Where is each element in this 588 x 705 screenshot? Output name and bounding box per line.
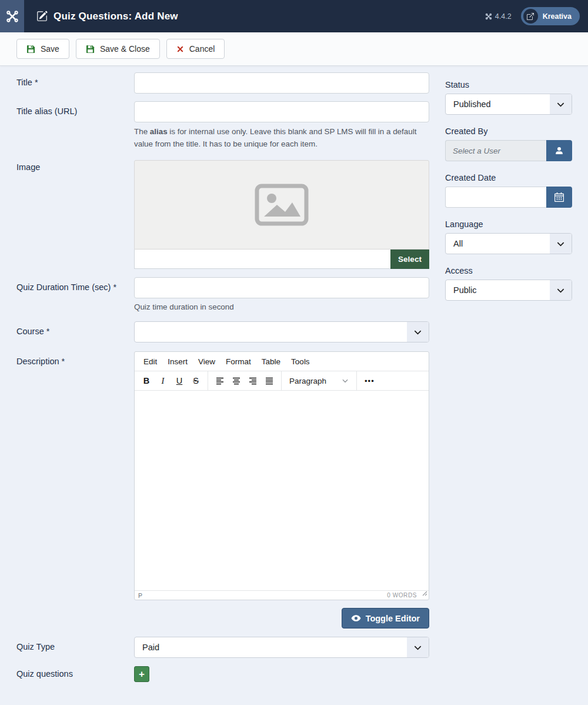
description-label: Description * [16,351,134,600]
align-center-icon [232,376,241,385]
title-input[interactable] [134,72,429,94]
external-link-icon [523,9,538,24]
paragraph-style-dropdown[interactable]: Paragraph [286,377,352,385]
add-question-button[interactable]: + [134,666,149,682]
image-input-row: Select [134,250,429,269]
created-by-input[interactable] [445,140,546,161]
user-menu-button[interactable]: Kreativa [521,7,580,25]
version-number: 4.4.2 [495,12,512,21]
course-select[interactable] [134,321,429,342]
strikethrough-button[interactable]: S [188,373,203,388]
access-value: Public [446,285,550,295]
edit-icon [36,11,48,22]
editor-menubar: Edit Insert View Format Table Tools [135,352,429,371]
resize-handle-icon[interactable] [422,588,427,598]
image-field-row: Image Select [16,160,429,269]
menu-table[interactable]: Table [256,355,286,368]
align-justify-icon [265,376,274,385]
select-user-button[interactable] [546,140,572,161]
word-count[interactable]: 0 WORDS [387,592,425,598]
date-picker-button[interactable] [546,187,572,208]
created-by-label: Created By [445,127,572,136]
bold-button[interactable]: B [139,373,154,388]
more-tools-button[interactable]: ••• [361,377,378,385]
quiz-questions-field-row: Quiz questions + [16,666,429,682]
status-label: Status [445,80,572,89]
more-group: ••• [356,371,382,390]
chevron-down-icon [342,377,349,384]
joomla-version: 4.4.2 [485,12,512,21]
align-justify-button[interactable] [262,373,277,388]
align-center-button[interactable] [229,373,244,388]
admin-header: Quiz Questions: Add New 4.4.2 Kreativa [0,0,588,32]
menu-format[interactable]: Format [220,355,256,368]
menu-tools[interactable]: Tools [286,355,315,368]
toggle-editor-row: Toggle Editor [16,608,429,628]
created-by-field: Created By [445,127,572,161]
status-select[interactable]: Published [445,94,572,115]
calendar-icon [554,192,564,202]
save-button[interactable]: Save [16,39,69,59]
chevron-down-icon [550,94,572,114]
page-title-wrap: Quiz Questions: Add New [36,11,178,22]
duration-label: Quiz Duration Time (sec) * [16,277,134,314]
duration-input[interactable] [134,277,429,298]
duration-help-text: Quiz time duration in second [134,301,429,314]
form-content: Title * Title alias (URL) The alias is f… [0,66,588,705]
title-label: Title * [16,72,134,94]
joomla-logo-icon[interactable] [0,0,24,32]
element-path[interactable]: P [138,592,142,599]
cancel-button[interactable]: Cancel [166,39,225,59]
image-placeholder-icon [255,184,309,226]
status-value: Published [446,99,550,109]
editor-content[interactable] [135,391,429,590]
created-date-input[interactable] [445,187,546,208]
save-close-label: Save & Close [100,44,150,54]
created-date-label: Created Date [445,173,572,182]
toggle-editor-button[interactable]: Toggle Editor [342,608,429,628]
main-form-column: Title * Title alias (URL) The alias is f… [16,72,429,690]
editor-toolbar: B I U S [135,371,429,391]
page-title: Quiz Questions: Add New [54,11,178,22]
duration-field-row: Quiz Duration Time (sec) * Quiz time dur… [16,277,429,314]
align-left-button[interactable] [212,373,228,388]
image-label: Image [16,160,134,269]
format-group: B I U S [135,371,208,390]
align-group [208,371,281,390]
language-value: All [446,239,550,248]
course-field-row: Course * [16,321,429,342]
created-date-field: Created Date [445,173,572,208]
image-select-button[interactable]: Select [390,250,429,269]
menu-insert[interactable]: Insert [162,355,193,368]
description-field-row: Description * Edit Insert View Format Ta… [16,351,429,600]
language-select[interactable]: All [445,233,572,254]
chevron-down-icon [550,280,572,300]
underline-button[interactable]: U [172,373,187,388]
alias-input[interactable] [134,101,429,122]
header-right: 4.4.2 Kreativa [485,7,588,25]
joomla-version-icon [485,13,492,20]
chevron-down-icon [407,637,429,657]
save-icon [86,45,95,54]
italic-button[interactable]: I [155,373,171,388]
page: Quiz Questions: Add New 4.4.2 Kreativa [0,0,588,705]
menu-edit[interactable]: Edit [138,355,162,368]
quiz-type-value: Paid [135,643,407,652]
toggle-editor-label: Toggle Editor [366,614,420,623]
title-field-row: Title * [16,72,429,94]
paragraph-group: Paragraph [281,371,356,390]
save-icon [26,45,35,54]
save-label: Save [41,44,59,54]
paragraph-style-value: Paragraph [289,377,326,385]
settings-sidebar: Status Published Created By [445,72,572,690]
menu-view[interactable]: View [193,355,220,368]
alias-label: Title alias (URL) [16,101,134,151]
chevron-down-icon [407,322,429,342]
editor-statusbar: P 0 WORDS [135,590,429,600]
image-path-input[interactable] [134,250,429,269]
quiz-type-select[interactable]: Paid [134,637,429,658]
quiz-type-field-row: Quiz Type Paid [16,637,429,658]
save-close-button[interactable]: Save & Close [76,39,160,59]
access-select[interactable]: Public [445,280,572,301]
align-right-button[interactable] [245,373,260,388]
